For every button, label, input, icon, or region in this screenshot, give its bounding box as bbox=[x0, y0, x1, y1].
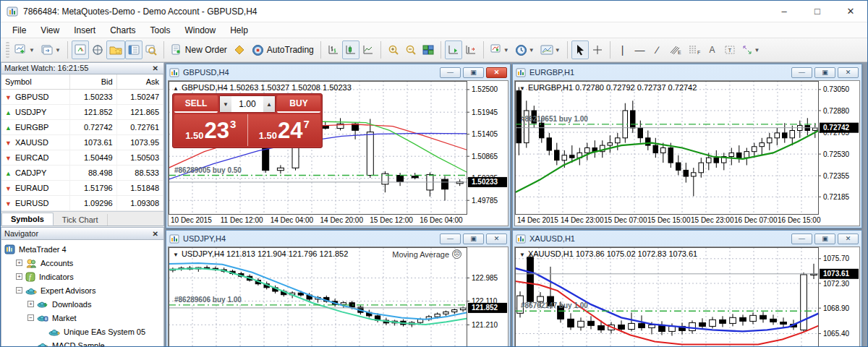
child-restore-button[interactable]: ▣ bbox=[463, 67, 484, 78]
child-minimize-button[interactable]: — bbox=[440, 234, 461, 244]
templates-button[interactable]: ▼ bbox=[537, 40, 563, 59]
menu-item-help[interactable]: Help bbox=[223, 24, 255, 37]
chart-window-usdjpy[interactable]: USDJPY,H4 — ▣ ✕ #86289606 buy 1.00122.98… bbox=[166, 230, 511, 347]
child-close-button[interactable]: ✕ bbox=[838, 234, 859, 244]
maximize-button[interactable]: □ bbox=[801, 1, 834, 22]
market-watch-row-eurcad[interactable]: ▼EURCAD1.504491.50503 bbox=[1, 150, 163, 166]
chart-plot-eurgbp[interactable]: #86219651 buy 1.000.730500.728800.727050… bbox=[515, 81, 859, 226]
arrows-button[interactable]: ▼ bbox=[739, 40, 763, 59]
child-close-button[interactable]: ✕ bbox=[486, 67, 507, 78]
navigator-button[interactable] bbox=[106, 40, 125, 59]
buy-button[interactable]: BUY bbox=[277, 95, 320, 113]
mql5-market-icon[interactable] bbox=[230, 40, 249, 59]
collapse-icon[interactable]: − bbox=[27, 314, 34, 321]
market-watch-close-icon[interactable]: ✕ bbox=[150, 64, 161, 72]
tab-tick-chart[interactable]: Tick Chart bbox=[54, 214, 108, 226]
equidistant-channel-button[interactable]: E bbox=[666, 40, 685, 59]
sell-price[interactable]: 1.50233 bbox=[174, 114, 248, 146]
text-button[interactable]: A bbox=[704, 40, 721, 59]
buy-price[interactable]: 1.50247 bbox=[248, 114, 321, 146]
tree-item-downloads[interactable]: +Downloads bbox=[1, 297, 163, 311]
symbol-cell[interactable]: ▼EURUSD bbox=[1, 196, 70, 211]
market-watch-row-xauusd[interactable]: ▼XAUUSD1073.611073.95 bbox=[1, 135, 163, 150]
autotrading-button[interactable]: AutoTrading bbox=[249, 40, 317, 59]
menu-item-window[interactable]: Window bbox=[178, 24, 224, 37]
menu-item-insert[interactable]: Insert bbox=[67, 24, 103, 37]
column-header-bid[interactable]: Bid bbox=[70, 74, 116, 90]
tree-item-expert-advisors[interactable]: −Expert Advisors bbox=[1, 283, 163, 297]
collapse-icon[interactable]: − bbox=[16, 287, 22, 294]
chart-window-xauusd[interactable]: XAUUSD,H1 — ▣ ✕ #86762147 buy 1.001075.7… bbox=[512, 230, 862, 347]
tree-item-macd-sample[interactable]: MACD Sample bbox=[1, 338, 163, 346]
tree-item-unique-eas-system-05[interactable]: Unique EAs System 05 bbox=[1, 325, 163, 338]
tree-item-accounts[interactable]: +Accounts bbox=[1, 256, 163, 270]
data-window-button[interactable] bbox=[89, 40, 106, 59]
market-watch-row-euraud[interactable]: ▼EURAUD1.517961.51848 bbox=[1, 181, 163, 196]
text-label-button[interactable]: T bbox=[721, 40, 739, 59]
menu-item-file[interactable]: File bbox=[5, 24, 33, 37]
column-header-ask[interactable]: Ask bbox=[116, 74, 163, 90]
tree-item-market[interactable]: −Market bbox=[1, 311, 163, 325]
tile-windows-button[interactable] bbox=[420, 40, 437, 59]
candlestick-button[interactable] bbox=[342, 40, 359, 59]
ohlc-header-gbpusd[interactable]: ▲GBPUSD,H4 1.50263 1.50327 1.50208 1.502… bbox=[173, 83, 352, 92]
symbol-cell[interactable]: ▼EURAUD bbox=[1, 181, 70, 196]
symbol-cell[interactable]: ▼EURCAD bbox=[1, 150, 70, 166]
trendline-button[interactable]: ∕ bbox=[649, 40, 666, 59]
profiles-button[interactable]: ▼ bbox=[38, 40, 64, 59]
symbol-cell[interactable]: ▲USDJPY bbox=[1, 105, 70, 120]
expand-icon[interactable]: + bbox=[16, 260, 22, 266]
new-order-button[interactable]: New Order bbox=[168, 40, 230, 59]
ohlc-header-xauusd[interactable]: ▼XAUUSD,H1 1073.86 1075.02 1072.83 1073.… bbox=[519, 249, 697, 258]
fibonacci-button[interactable]: F bbox=[685, 40, 704, 59]
chart-window-gbpusd[interactable]: GBPUSD,H4 — ▣ ✕ #86289005 buy 0.501.5250… bbox=[166, 64, 511, 228]
volume-input[interactable]: 1.00 bbox=[231, 96, 263, 112]
strategy-tester-button[interactable] bbox=[142, 40, 160, 59]
market-watch-row-eurgbp[interactable]: ▲EURGBP0.727420.72761 bbox=[1, 120, 163, 135]
column-header-symbol[interactable]: Symbol bbox=[1, 74, 70, 90]
chart-plot-usdjpy[interactable]: #86289606 buy 1.00122.985122.110121.2101… bbox=[169, 247, 508, 347]
tree-item-metatrader-4[interactable]: MetaTrader 4 bbox=[1, 242, 163, 256]
new-chart-button[interactable]: ▼ bbox=[12, 40, 38, 59]
market-watch-button[interactable] bbox=[72, 40, 89, 59]
chart-plot-xauusd[interactable]: #86762147 buy 1.001075.701072.301068.901… bbox=[515, 247, 859, 347]
auto-scroll-button[interactable] bbox=[445, 40, 462, 59]
volume-up-icon[interactable]: ▲ bbox=[263, 96, 275, 112]
child-close-button[interactable]: ✕ bbox=[486, 234, 507, 244]
chart-shift-button[interactable] bbox=[462, 40, 480, 59]
symbol-cell[interactable]: ▲EURGBP bbox=[1, 120, 70, 135]
indicators-button[interactable]: ▼ bbox=[488, 40, 512, 59]
chart-window-eurgbp[interactable]: EURGBP,H1 — ▣ ✕ #86219651 buy 1.000.7305… bbox=[512, 64, 862, 228]
market-watch-row-gbpusd[interactable]: ▼GBPUSD1.502331.50247 bbox=[1, 90, 163, 105]
chart-window-xauusd-titlebar[interactable]: XAUUSD,H1 — ▣ ✕ bbox=[513, 231, 861, 247]
crosshair-button[interactable] bbox=[589, 40, 606, 59]
close-button[interactable]: ✕ bbox=[834, 1, 867, 22]
expand-icon[interactable]: + bbox=[16, 273, 22, 280]
tab-symbols[interactable]: Symbols bbox=[1, 213, 54, 226]
child-minimize-button[interactable]: — bbox=[440, 67, 461, 78]
horizontal-line-button[interactable]: — bbox=[631, 40, 649, 59]
market-watch-row-eurusd[interactable]: ▼EURUSD1.092961.09308 bbox=[1, 196, 163, 211]
volume-down-icon[interactable]: ▼ bbox=[220, 96, 231, 112]
symbol-cell[interactable]: ▲CADJPY bbox=[1, 166, 70, 181]
chart-window-gbpusd-titlebar[interactable]: GBPUSD,H4 — ▣ ✕ bbox=[166, 64, 510, 80]
ohlc-header-usdjpy[interactable]: ▼USDJPY,H4 121.813 121.904 121.796 121.8… bbox=[173, 249, 348, 258]
child-close-button[interactable]: ✕ bbox=[838, 67, 859, 78]
terminal-button[interactable] bbox=[125, 40, 142, 59]
symbol-cell[interactable]: ▼GBPUSD bbox=[1, 90, 70, 105]
navigator-close-icon[interactable]: ✕ bbox=[150, 230, 161, 238]
child-minimize-button[interactable]: — bbox=[791, 234, 812, 244]
navigator-header[interactable]: Navigator ✕ bbox=[1, 228, 163, 240]
child-restore-button[interactable]: ▣ bbox=[463, 234, 484, 244]
child-restore-button[interactable]: ▣ bbox=[814, 67, 835, 78]
periods-button[interactable]: ▼ bbox=[512, 40, 537, 59]
child-restore-button[interactable]: ▣ bbox=[814, 234, 835, 244]
toolbar-grip[interactable] bbox=[6, 42, 9, 58]
ohlc-header-eurgbp[interactable]: ▼EURGBP,H1 0.72780 0.72792 0.72737 0.727… bbox=[519, 83, 697, 92]
cursor-button[interactable] bbox=[571, 40, 589, 59]
menu-item-view[interactable]: View bbox=[33, 24, 67, 37]
zoom-in-button[interactable] bbox=[385, 40, 402, 59]
market-watch-row-usdjpy[interactable]: ▲USDJPY121.852121.865 bbox=[1, 105, 163, 120]
market-watch-header[interactable]: Market Watch: 16:21:55 ✕ bbox=[1, 63, 163, 74]
bar-chart-button[interactable] bbox=[325, 40, 342, 59]
